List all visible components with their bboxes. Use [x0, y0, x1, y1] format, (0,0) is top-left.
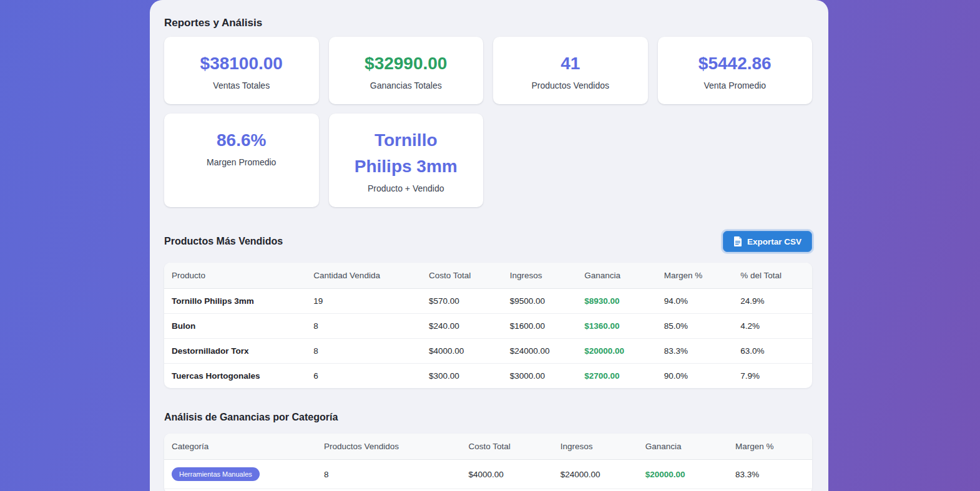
col-producto: Producto: [164, 263, 306, 289]
col-ingresos: Ingresos: [502, 263, 577, 289]
category-analysis-header: Análisis de Ganancias por Categoría: [164, 412, 812, 423]
col-margen: Margen %: [728, 434, 812, 460]
stat-card-ventas-totales: $38100.00 Ventas Totales: [164, 37, 319, 104]
cell-cantidad: 6: [306, 364, 421, 389]
stat-label: Productos Vendidos: [503, 80, 638, 90]
cell-margen: 90.0%: [657, 364, 733, 389]
cell-costo: $570.00: [421, 289, 502, 314]
cell-categoria: Herramientas Manuales: [164, 460, 316, 489]
col-pct-total: % del Total: [733, 263, 812, 289]
cell-ingresos: $9500.00: [502, 289, 577, 314]
stat-label: Margen Promedio: [174, 157, 309, 167]
cell-costo: $300.00: [421, 364, 502, 389]
cell-ganancia: $1360.00: [577, 314, 657, 339]
cell-cantidad: 8: [316, 460, 461, 489]
table-row: Herramientas Manuales 8 $4000.00 $24000.…: [164, 460, 812, 489]
cell-costo: $4000.00: [421, 339, 502, 364]
cell-producto: Destornillador Torx: [164, 339, 306, 364]
stat-value: 41: [503, 51, 638, 77]
stats-grid: $38100.00 Ventas Totales $32990.00 Ganan…: [164, 37, 812, 207]
reports-panel: Reportes y Análisis $38100.00 Ventas Tot…: [150, 0, 828, 491]
top-products-header: Productos Más Vendidos Exportar CSV: [164, 231, 812, 252]
stat-card-ganancias-totales: $32990.00 Ganancias Totales: [329, 37, 484, 104]
top-products-table: Producto Cantidad Vendida Costo Total In…: [164, 263, 812, 388]
col-ingresos: Ingresos: [553, 434, 638, 460]
col-costo-total: Costo Total: [461, 434, 552, 460]
col-categoria: Categoría: [164, 434, 316, 460]
file-icon: [733, 236, 742, 246]
cell-producto: Bulon: [164, 314, 306, 339]
export-csv-label: Exportar CSV: [747, 237, 801, 246]
stat-value: 86.6%: [174, 127, 309, 153]
section-title-category-analysis: Análisis de Ganancias por Categoría: [164, 412, 338, 423]
cell-ganancia: $2700.00: [577, 364, 657, 389]
cell-cantidad: 19: [306, 289, 421, 314]
cell-ingresos: $3000.00: [502, 364, 577, 389]
stat-value: $38100.00: [174, 51, 309, 77]
table-row: Tornillo Philips 3mm 19 $570.00 $9500.00…: [164, 289, 812, 314]
cell-pct: 24.9%: [733, 289, 812, 314]
stat-label: Ventas Totales: [174, 80, 309, 90]
cell-margen: 85.0%: [657, 314, 733, 339]
cell-cantidad: 8: [306, 339, 421, 364]
stat-label: Producto + Vendido: [339, 183, 474, 193]
cell-pct: 7.9%: [733, 364, 812, 389]
cell-pct: 63.0%: [733, 339, 812, 364]
stat-label: Ganancias Totales: [339, 80, 474, 90]
cell-ganancia: $8930.00: [577, 289, 657, 314]
col-costo-total: Costo Total: [421, 263, 502, 289]
page-title: Reportes y Análisis: [164, 17, 812, 29]
cell-ingresos: $1600.00: [502, 314, 577, 339]
cell-ingresos: $24000.00: [502, 339, 577, 364]
table-row: Bulon 8 $240.00 $1600.00 $1360.00 85.0% …: [164, 314, 812, 339]
col-ganancia: Ganancia: [577, 263, 657, 289]
category-header-row: Categoría Productos Vendidos Costo Total…: [164, 434, 812, 460]
col-cantidad-vendida: Cantidad Vendida: [306, 263, 421, 289]
category-badge: Herramientas Manuales: [172, 467, 260, 481]
stat-card-margen-promedio: 86.6% Margen Promedio: [164, 114, 319, 207]
cell-costo: $240.00: [421, 314, 502, 339]
stat-label: Venta Promedio: [668, 80, 803, 90]
cell-producto: Tornillo Philips 3mm: [164, 289, 306, 314]
cell-ganancia: $20000.00: [638, 460, 728, 489]
category-analysis-table: Categoría Productos Vendidos Costo Total…: [164, 434, 812, 491]
cell-producto: Tuercas Hortogonales: [164, 364, 306, 389]
stat-card-venta-promedio: $5442.86 Venta Promedio: [658, 37, 813, 104]
cell-pct: 4.2%: [733, 314, 812, 339]
cell-ingresos: $24000.00: [553, 460, 638, 489]
cell-margen: 83.3%: [657, 339, 733, 364]
cell-margen: 83.3%: [728, 460, 812, 489]
stat-card-productos-vendidos: 41 Productos Vendidos: [493, 37, 648, 104]
top-products-header-row: Producto Cantidad Vendida Costo Total In…: [164, 263, 812, 289]
stat-value: Tornillo Philips 3mm: [346, 127, 465, 180]
col-margen: Margen %: [657, 263, 733, 289]
stat-value: $5442.86: [668, 51, 803, 77]
col-productos-vendidos: Productos Vendidos: [316, 434, 461, 460]
cell-ganancia: $20000.00: [577, 339, 657, 364]
cell-margen: 94.0%: [657, 289, 733, 314]
cell-costo: $4000.00: [461, 460, 552, 489]
section-title-top-products: Productos Más Vendidos: [164, 236, 283, 247]
table-row: Tuercas Hortogonales 6 $300.00 $3000.00 …: [164, 364, 812, 389]
clipped-next-row: [164, 489, 812, 491]
cell-cantidad: 8: [306, 314, 421, 339]
stat-card-producto-mas-vendido: Tornillo Philips 3mm Producto + Vendido: [329, 114, 484, 207]
col-ganancia: Ganancia: [638, 434, 728, 460]
table-row: Destornillador Torx 8 $4000.00 $24000.00…: [164, 339, 812, 364]
export-csv-button[interactable]: Exportar CSV: [723, 231, 812, 252]
stat-value: $32990.00: [339, 51, 474, 77]
